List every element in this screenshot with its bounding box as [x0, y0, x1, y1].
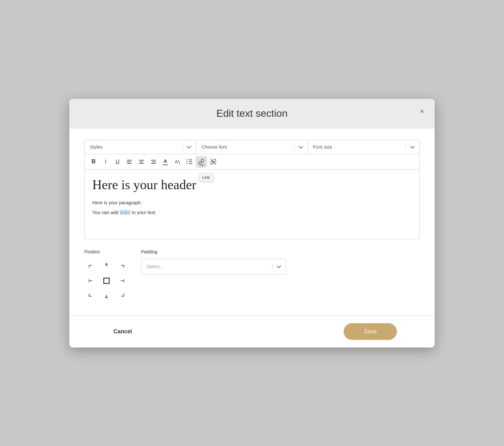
modal: Edit text section × Styles	[69, 99, 435, 347]
editor-header: Here is your header	[92, 177, 412, 192]
editor-link-paragraph: You can add links to your text.	[92, 210, 412, 215]
align-right-button[interactable]	[148, 156, 159, 167]
font-label: Choose font	[201, 144, 227, 150]
text-color-button[interactable]: A	[160, 156, 171, 167]
unlink-button[interactable]	[208, 156, 219, 167]
modal-header: Edit text section ×	[69, 99, 435, 128]
divider	[294, 144, 295, 150]
position-middle-left-button[interactable]	[84, 274, 98, 288]
modal-body: Styles Choose font	[69, 128, 435, 315]
bullet-list-button[interactable]	[184, 156, 195, 167]
chevron-down-icon	[409, 144, 414, 150]
align-center-button[interactable]	[136, 156, 147, 167]
unlink-icon	[210, 159, 216, 165]
padding-section: Padding Select...	[141, 249, 420, 274]
chevron-down-icon	[276, 264, 281, 269]
svg-line-1	[178, 160, 180, 164]
link-after-text: to your text.	[130, 210, 157, 215]
padding-select-text: Select...	[146, 264, 163, 269]
modal-footer: Cancel Save	[69, 315, 435, 347]
link-tooltip: Link	[199, 173, 213, 181]
styles-dropdown[interactable]: Styles	[85, 140, 196, 154]
chevron-down-icon	[186, 144, 191, 150]
position-label: Position	[84, 249, 129, 254]
font-dropdown[interactable]: Choose font	[196, 140, 308, 154]
align-center-icon	[138, 159, 145, 164]
modal-title: Edit text section	[82, 108, 422, 119]
position-section: Position	[84, 249, 129, 303]
styles-label: Styles	[90, 144, 103, 150]
underline-button[interactable]: U	[112, 156, 123, 167]
divider	[272, 263, 272, 270]
clear-format-icon: A̶	[174, 159, 180, 165]
align-left-icon	[126, 159, 133, 164]
editor-content[interactable]: Here is your header Here is your paragra…	[85, 170, 419, 239]
align-left-button[interactable]	[124, 156, 135, 167]
padding-label: Padding	[141, 249, 420, 254]
position-grid	[84, 259, 129, 303]
toolbar-dropdowns: Styles Choose font	[85, 140, 419, 154]
link-button-wrap: ☞ Link	[196, 156, 207, 167]
link-before-text: You can add	[92, 210, 120, 215]
position-top-center-button[interactable]	[100, 259, 113, 273]
chevron-down-icon	[298, 144, 303, 150]
close-button[interactable]: ×	[417, 106, 427, 116]
align-right-icon	[150, 159, 157, 164]
link-button[interactable]	[196, 156, 207, 167]
text-color-icon: A	[163, 158, 168, 165]
position-top-left-button[interactable]	[84, 259, 98, 273]
position-center-button[interactable]	[100, 274, 113, 288]
bold-button[interactable]: B	[88, 156, 99, 167]
link-anchor[interactable]: links	[120, 210, 130, 215]
divider	[406, 144, 406, 150]
save-button[interactable]: Save	[344, 323, 397, 340]
editor-paragraph: Here is your paragraph.	[92, 200, 412, 205]
bullet-list-icon	[186, 159, 192, 164]
svg-text:A̶: A̶	[175, 159, 178, 164]
bottom-section: Position	[84, 249, 420, 303]
clear-format-button[interactable]: A̶	[172, 156, 183, 167]
divider	[182, 144, 183, 150]
fontsize-label: Font size	[313, 144, 332, 150]
close-icon: ×	[420, 107, 424, 116]
position-top-right-button[interactable]	[115, 259, 129, 273]
toolbar-formatting: B I U	[85, 154, 419, 170]
svg-rect-8	[104, 278, 109, 283]
padding-dropdown[interactable]: Select...	[141, 259, 286, 274]
fontsize-dropdown[interactable]: Font size	[308, 140, 419, 154]
editor-container: Styles Choose font	[84, 140, 420, 239]
italic-button[interactable]: I	[100, 156, 111, 167]
position-bottom-center-button[interactable]	[100, 289, 113, 303]
cancel-button[interactable]: Cancel	[107, 325, 138, 338]
link-icon	[198, 159, 204, 165]
position-bottom-right-button[interactable]	[115, 289, 129, 303]
position-middle-right-button[interactable]	[115, 274, 129, 288]
position-bottom-left-button[interactable]	[84, 289, 98, 303]
